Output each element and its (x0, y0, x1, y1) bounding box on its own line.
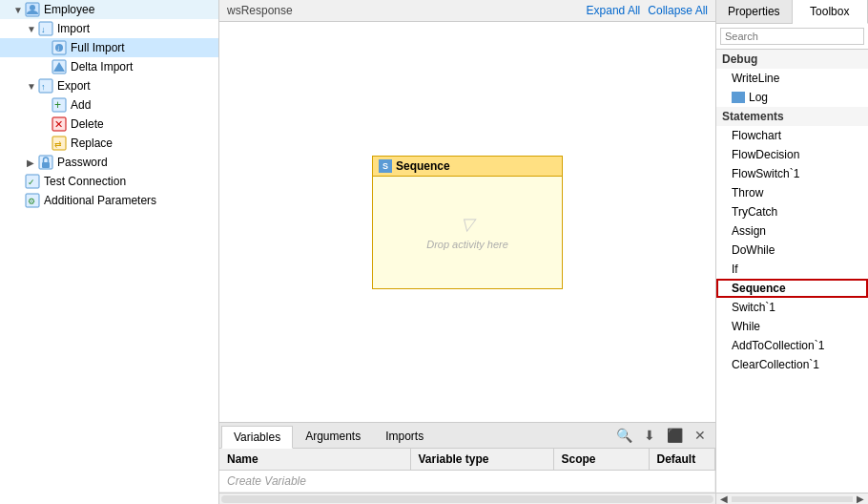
flowdecision-label: FlowDecision (732, 148, 799, 161)
toolbox-item-if[interactable]: If (716, 260, 868, 279)
log-icon (732, 92, 745, 103)
sidebar-label-add: Add (71, 98, 91, 112)
svg-text:✕: ✕ (54, 118, 63, 130)
bottom-tab-icons: 🔍 ⬇ ⬛ ✕ (612, 426, 713, 445)
toolbox-item-writeline[interactable]: WriteLine (716, 69, 868, 88)
tab-variables[interactable]: Variables (221, 426, 293, 449)
scroll-track (732, 496, 853, 502)
sidebar: ▼ Employee ▼ ↓ Import ▶ ↓ Full Import ▶ (0, 0, 219, 504)
expand-arrow-password: ▶ (27, 158, 36, 167)
create-variable-cell[interactable]: Create Variable (219, 471, 715, 493)
expand-panel-icon[interactable]: ⬛ (663, 426, 687, 445)
sidebar-item-import[interactable]: ▼ ↓ Import (0, 19, 218, 38)
sidebar-item-deltaimport[interactable]: ▶ Delta Import (0, 57, 218, 76)
toolbox-item-clearcollection[interactable]: ClearCollection`1 (716, 355, 868, 374)
canvas-label: wsResponse (227, 4, 293, 17)
sequence-title: Sequence (396, 159, 450, 173)
toolbox-item-flowchart[interactable]: Flowchart (716, 126, 868, 145)
svg-text:✓: ✓ (28, 178, 35, 187)
collapse-all-button[interactable]: Collapse All (648, 4, 708, 17)
sidebar-item-password[interactable]: ▶ Password (0, 153, 218, 172)
collapse-panel-icon[interactable]: ✕ (691, 426, 710, 445)
trycatch-label: TryCatch (732, 205, 777, 219)
flowchart-label: Flowchart (732, 129, 781, 142)
sidebar-label-testconnection: Test Connection (44, 175, 126, 188)
deltaimport-icon (52, 59, 67, 74)
sequence-box[interactable]: S Sequence ▽ Drop activity here (372, 156, 563, 289)
sidebar-label-replace: Replace (71, 136, 113, 150)
tab-properties[interactable]: Properties (716, 0, 793, 23)
svg-text:↓: ↓ (56, 44, 60, 52)
sidebar-label-export: Export (57, 79, 91, 93)
sidebar-label-password: Password (57, 156, 108, 169)
sidebar-item-testconnection[interactable]: ▶ ✓ Test Connection (0, 172, 218, 191)
toolbox-item-sequence[interactable]: Sequence (716, 279, 868, 298)
sequence-label: Sequence (732, 282, 786, 295)
add-icon: + (52, 97, 67, 113)
sequence-body[interactable]: ▽ Drop activity here (373, 177, 562, 288)
tab-arguments[interactable]: Arguments (293, 425, 373, 448)
svg-text:⚙: ⚙ (28, 197, 35, 206)
right-panel: Properties Toolbox Debug WriteLine Log (715, 0, 868, 504)
col-name: Name (219, 449, 410, 471)
col-vartype: Variable type (410, 449, 553, 471)
scrollbar-track (221, 495, 713, 503)
replace-icon: ⇄ (52, 136, 67, 151)
sidebar-item-employee[interactable]: ▼ Employee (0, 0, 218, 19)
if-label: If (732, 262, 738, 276)
variables-table: Name Variable type Scope Default Create … (219, 449, 715, 493)
toolbox-group-statements: Statements Flowchart FlowDecision FlowSw… (716, 107, 868, 374)
fullimport-icon: ↓ (52, 40, 67, 55)
statements-group-header: Statements (716, 107, 868, 126)
search-variables-icon[interactable]: 🔍 (612, 426, 636, 445)
drop-text: Drop activity here (426, 239, 508, 250)
scroll-down-icon[interactable]: ⬇ (640, 426, 659, 445)
sidebar-item-export[interactable]: ▼ ↑ Export (0, 76, 218, 95)
sidebar-label-delete: Delete (71, 117, 104, 131)
svg-text:↓: ↓ (41, 25, 46, 34)
throw-label: Throw (732, 186, 763, 200)
toolbox-item-switch[interactable]: Switch`1 (716, 298, 868, 317)
toolbox-item-trycatch[interactable]: TryCatch (716, 202, 868, 221)
toolbox-item-flowswitch[interactable]: FlowSwitch`1 (716, 164, 868, 183)
col-scope: Scope (553, 449, 649, 471)
toolbar-actions: Expand All Collapse All (587, 4, 708, 17)
scroll-left-icon[interactable]: ◀ (720, 494, 728, 504)
toolbox-item-dowhile[interactable]: DoWhile (716, 241, 868, 260)
search-input[interactable] (720, 28, 864, 45)
toolbox-item-addtocollection[interactable]: AddToCollection`1 (716, 336, 868, 355)
sidebar-item-replace[interactable]: ▶ ⇄ Replace (0, 134, 218, 153)
expand-arrow-employee: ▼ (13, 5, 23, 14)
toolbox-item-throw[interactable]: Throw (716, 183, 868, 202)
tab-toolbox[interactable]: Toolbox (793, 0, 869, 24)
expand-all-button[interactable]: Expand All (587, 4, 641, 17)
additionalparams-icon: ⚙ (25, 193, 40, 208)
sidebar-item-add[interactable]: ▶ + Add (0, 95, 218, 115)
sidebar-item-fullimport[interactable]: ▶ ↓ Full Import (0, 38, 218, 57)
right-panel-tabs: Properties Toolbox (716, 0, 868, 24)
sidebar-item-additionalparams[interactable]: ▶ ⚙ Additional Parameters (0, 191, 218, 210)
employee-icon (25, 2, 40, 17)
delete-icon: ✕ (52, 116, 67, 132)
right-scrollbar: ◀ ▶ (716, 493, 868, 504)
sidebar-item-delete[interactable]: ▶ ✕ Delete (0, 115, 218, 134)
toolbox-group-debug: Debug WriteLine Log (716, 50, 868, 107)
toolbox-item-flowdecision[interactable]: FlowDecision (716, 145, 868, 164)
import-icon: ↓ (38, 21, 53, 36)
bottom-scrollbar (219, 493, 715, 504)
expand-arrow-export: ▼ (27, 81, 36, 91)
canvas-area[interactable]: S Sequence ▽ Drop activity here (219, 22, 715, 422)
sidebar-label-employee: Employee (44, 3, 94, 16)
sidebar-label-import: Import (57, 22, 90, 35)
switch-label: Switch`1 (732, 301, 775, 314)
expand-arrow-import: ▼ (27, 24, 36, 33)
scroll-right-icon[interactable]: ▶ (857, 494, 864, 504)
bottom-tabs: Variables Arguments Imports 🔍 ⬇ ⬛ ✕ (219, 423, 715, 449)
tab-imports[interactable]: Imports (373, 425, 436, 448)
create-variable-row[interactable]: Create Variable (219, 471, 715, 493)
toolbox-item-while[interactable]: While (716, 317, 868, 336)
toolbox-item-assign[interactable]: Assign (716, 221, 868, 241)
svg-text:⇄: ⇄ (54, 139, 62, 149)
toolbox-item-log[interactable]: Log (716, 88, 868, 107)
sidebar-label-additionalparams: Additional Parameters (44, 194, 156, 207)
